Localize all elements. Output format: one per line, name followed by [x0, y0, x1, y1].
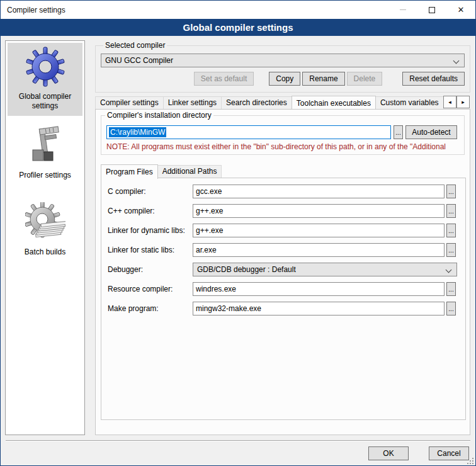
title-bar: Compiler settings ✕ [1, 1, 475, 19]
maximize-icon [429, 7, 435, 13]
sidebar-item-label: Batch builds [25, 247, 65, 257]
tab-scroll-left-button[interactable]: ◂ [443, 96, 456, 108]
c-compiler-browse-button[interactable]: ... [446, 185, 456, 198]
blue-gear-icon [25, 47, 65, 87]
resource-compiler-label: Resource compiler: [108, 285, 191, 293]
c-compiler-row: C compiler: ... [101, 185, 465, 198]
static-linker-browse-button[interactable]: ... [446, 243, 456, 257]
delete-button[interactable]: Delete [347, 72, 383, 86]
debugger-select-value: GDB/CDB debugger : Default [197, 265, 296, 274]
debugger-select[interactable]: GDB/CDB debugger : Default [193, 263, 457, 276]
browse-directory-button[interactable]: ... [394, 125, 403, 139]
program-files-tab-strip: Program Files Additional Paths [101, 164, 222, 178]
tab-program-files[interactable]: Program Files [101, 164, 158, 179]
minimize-button[interactable] [388, 1, 417, 19]
settings-tab-strip: Compiler settings Linker settings Search… [95, 96, 445, 109]
program-files-page: C compiler: ... C++ compiler: ... Linker… [101, 178, 466, 420]
footer-divider [6, 440, 470, 441]
debugger-label: Debugger: [108, 265, 191, 274]
tab-linker-settings[interactable]: Linker settings [163, 96, 222, 109]
chevron-down-icon [453, 58, 460, 64]
copy-button[interactable]: Copy [269, 72, 300, 86]
gear-papers-icon [25, 202, 65, 242]
compiler-select-value: GNU GCC Compiler [105, 56, 173, 65]
make-program-browse-button[interactable]: ... [446, 302, 456, 315]
sidebar-item-label: Profiler settings [19, 171, 71, 180]
ok-button[interactable]: OK [368, 446, 409, 460]
tab-additional-paths[interactable]: Additional Paths [157, 165, 222, 178]
dynamic-linker-row: Linker for dynamic libs: ... [101, 224, 465, 237]
dynamic-linker-input[interactable] [193, 224, 445, 237]
static-linker-input[interactable] [193, 243, 445, 257]
cpp-compiler-row: C++ compiler: ... [101, 204, 465, 218]
minimize-icon [400, 9, 406, 10]
installation-directory-group: Compiler's installation directory C:\ray… [101, 111, 465, 155]
dynamic-linker-label: Linker for dynamic libs: [108, 226, 191, 235]
compiler-settings-window: Compiler settings ✕ Global compiler sett… [0, 0, 476, 466]
dynamic-linker-browse-button[interactable]: ... [446, 224, 456, 237]
make-program-row: Make program: ... [101, 302, 465, 315]
c-compiler-input[interactable] [193, 185, 445, 198]
chevron-down-icon [446, 267, 452, 273]
selected-compiler-legend: Selected compiler [103, 41, 167, 50]
auto-detect-button[interactable]: Auto-detect [405, 125, 457, 139]
tab-custom-variables[interactable]: Custom variables [375, 96, 444, 109]
reset-defaults-button[interactable]: Reset defaults [402, 72, 465, 86]
set-as-default-button[interactable]: Set as default [194, 72, 254, 86]
sidebar-item-label: Global compiler settings [8, 92, 82, 111]
resize-grip[interactable] [467, 458, 473, 464]
tab-scroll-right-button[interactable]: ▸ [456, 96, 470, 108]
maximize-button[interactable] [417, 1, 446, 19]
resource-compiler-input[interactable] [193, 282, 445, 296]
tab-compiler-settings[interactable]: Compiler settings [95, 96, 164, 109]
close-button[interactable]: ✕ [446, 1, 475, 19]
rename-button[interactable]: Rename [302, 72, 344, 86]
window-title: Compiler settings [1, 6, 388, 14]
sidebar-item-global-compiler-settings[interactable]: Global compiler settings [8, 43, 82, 116]
selected-compiler-group: Selected compiler GNU GCC Compiler Set a… [95, 41, 470, 93]
close-icon: ✕ [458, 6, 465, 14]
make-program-label: Make program: [108, 304, 191, 313]
cpp-compiler-label: C++ compiler: [108, 207, 191, 215]
bin-subdirectory-note: NOTE: All programs must exist either in … [106, 142, 463, 151]
compiler-select[interactable]: GNU GCC Compiler [101, 54, 465, 67]
caliper-icon [25, 125, 65, 166]
static-linker-row: Linker for static libs: ... [101, 243, 465, 257]
resource-compiler-browse-button[interactable]: ... [446, 282, 456, 296]
toolchain-executables-page: Compiler's installation directory C:\ray… [95, 109, 470, 435]
debugger-row: Debugger: GDB/CDB debugger : Default [101, 263, 465, 276]
resource-compiler-row: Resource compiler: ... [101, 282, 465, 296]
tab-toolchain-executables[interactable]: Toolchain executables [292, 96, 376, 109]
installation-directory-input[interactable]: C:\raylib\MinGW [106, 125, 391, 139]
page-title: Global compiler settings [1, 19, 475, 36]
sidebar-item-profiler-settings[interactable]: Profiler settings [8, 122, 82, 192]
installation-directory-legend: Compiler's installation directory [105, 111, 213, 120]
cancel-button[interactable]: Cancel [429, 446, 469, 460]
cpp-compiler-input[interactable] [193, 204, 445, 218]
tab-search-directories[interactable]: Search directories [221, 96, 292, 109]
sidebar-item-batch-builds[interactable]: Batch builds [8, 198, 82, 269]
make-program-input[interactable] [193, 302, 445, 315]
settings-sidebar: Global compiler settings Profiler set [5, 40, 85, 435]
c-compiler-label: C compiler: [108, 187, 191, 196]
installation-directory-value: C:\raylib\MinGW [109, 127, 166, 137]
cpp-compiler-browse-button[interactable]: ... [446, 204, 456, 218]
static-linker-label: Linker for static libs: [108, 246, 191, 254]
